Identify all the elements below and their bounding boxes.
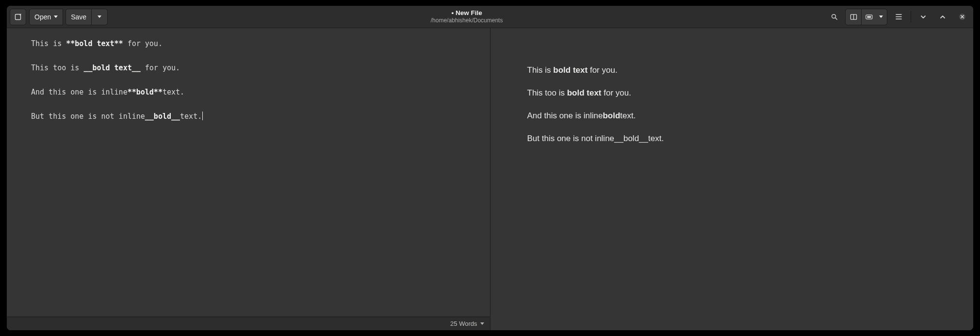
dropdown-caret-icon [98, 16, 101, 18]
open-button-group: Open [29, 9, 63, 25]
close-icon [959, 13, 966, 20]
dropdown-caret-icon [879, 16, 883, 18]
titlebar-left: Open Save [10, 9, 108, 25]
search-button[interactable] [826, 9, 842, 25]
editor-line: And this one is inline**bold**text. [31, 86, 466, 98]
hamburger-menu-button[interactable] [890, 9, 907, 25]
chevron-up-icon [939, 14, 946, 20]
save-button[interactable]: Save [65, 9, 92, 25]
editor-line [31, 50, 466, 62]
window-minimize-button[interactable] [915, 9, 931, 25]
view-mode-menu-button[interactable] [861, 9, 887, 25]
editor-line: This is **bold text** for you. [31, 38, 466, 50]
window-title: • New File [451, 10, 482, 17]
editor-line [31, 74, 466, 86]
titlebar-right [826, 9, 970, 25]
save-button-label: Save [71, 13, 86, 21]
preview-paragraph: This is bold text for you. [527, 65, 945, 76]
titlebar-center: • New File /home/abhishek/Documents [108, 10, 826, 24]
preview-content: This is bold text for you.This too is bo… [490, 28, 974, 330]
save-menu-button[interactable] [91, 9, 108, 25]
app-window: Open Save • New File /home/abhishek/Docu… [7, 6, 973, 330]
editor-line: This too is __bold text__ for you. [31, 62, 466, 74]
window-path: /home/abhishek/Documents [431, 17, 503, 24]
divider [911, 11, 911, 23]
editor-line [31, 98, 466, 111]
search-icon [831, 13, 838, 20]
new-tab-button[interactable] [10, 9, 26, 25]
open-button-label: Open [34, 13, 51, 21]
dropdown-caret-icon [480, 322, 484, 325]
dropdown-caret-icon [54, 16, 58, 18]
window-close-button[interactable] [954, 9, 970, 25]
editor-pane: This is **bold text** for you. This too … [7, 28, 490, 330]
editor-line: But this one is not inline__bold__text. [31, 111, 466, 123]
new-tab-icon [14, 13, 22, 21]
statusbar: 25 Words [7, 317, 490, 330]
content-area: This is **bold text** for you. This too … [7, 28, 973, 330]
save-button-group: Save [65, 9, 108, 25]
view-mode-group [845, 9, 887, 25]
hamburger-icon [895, 14, 902, 20]
open-button[interactable]: Open [29, 9, 63, 25]
split-view-button[interactable] [845, 9, 862, 25]
svg-rect-4 [867, 16, 871, 17]
titlebar: Open Save • New File /home/abhishek/Docu… [7, 6, 973, 28]
text-cursor [202, 112, 203, 120]
preview-pane: This is bold text for you.This too is bo… [490, 28, 974, 330]
word-count-label[interactable]: 25 Words [450, 320, 477, 327]
window-maximize-button[interactable] [934, 9, 951, 25]
toolbar-icon [866, 14, 874, 20]
editor-textarea[interactable]: This is **bold text** for you. This too … [7, 28, 490, 317]
split-layout-icon [850, 14, 857, 20]
chevron-down-icon [920, 14, 927, 20]
preview-paragraph: But this one is not inline__bold__text. [527, 133, 945, 144]
preview-paragraph: And this one is inlineboldtext. [527, 111, 945, 122]
preview-paragraph: This too is bold text for you. [527, 88, 945, 99]
